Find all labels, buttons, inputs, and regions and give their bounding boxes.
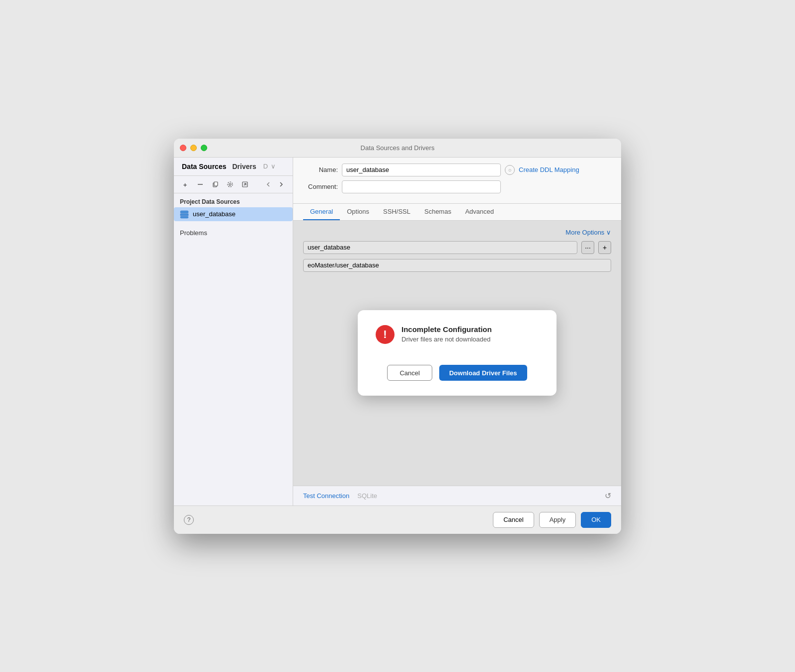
window-title: Data Sources and Drivers (361, 144, 435, 152)
cancel-button[interactable]: Cancel (493, 512, 534, 528)
comment-label: Comment: (303, 183, 338, 190)
modal-overlay: ! Incomplete Configuration Driver files … (293, 221, 621, 486)
sidebar-toolbar: ＋ (174, 176, 293, 193)
svg-rect-3 (214, 182, 218, 186)
sidebar-item-user-database[interactable]: user_database (174, 207, 293, 221)
svg-point-5 (228, 182, 233, 187)
tab-datasources[interactable]: Data Sources (180, 162, 228, 171)
main-content: Data Sources Drivers D ∨ ＋ (174, 158, 621, 505)
apply-button[interactable]: Apply (539, 512, 576, 528)
main-window: Data Sources and Drivers Data Sources Dr… (174, 139, 621, 534)
modal-title: Incomplete Configuration (401, 325, 492, 334)
maximize-button[interactable] (201, 145, 207, 151)
chevron-down-icon[interactable]: ∨ (271, 163, 276, 170)
right-panel: Name: ○ Create DDL Mapping Comment: Gene… (293, 158, 621, 505)
section-project: Project Data Sources (174, 193, 293, 207)
svg-rect-10 (180, 216, 188, 218)
modal-header: ! Incomplete Configuration Driver files … (376, 325, 539, 351)
warning-icon: ! (376, 325, 395, 344)
tab-general[interactable]: General (303, 204, 340, 220)
tab-options[interactable]: Options (340, 204, 376, 220)
sqlite-label: SQLite (357, 492, 377, 500)
comment-row: Comment: (303, 180, 611, 193)
settings-button[interactable] (225, 179, 236, 190)
modal-dialog: ! Incomplete Configuration Driver files … (358, 310, 556, 396)
help-button[interactable]: ? (184, 515, 194, 525)
sidebar-item-label: user_database (193, 210, 236, 218)
export-button[interactable] (239, 179, 250, 190)
remove-datasource-button[interactable] (195, 179, 206, 190)
tab-ssh-ssl[interactable]: SSH/SSL (376, 204, 417, 220)
footer: ? Cancel Apply OK (174, 505, 621, 534)
test-connection-link[interactable]: Test Connection (303, 492, 349, 500)
close-button[interactable] (180, 145, 186, 151)
ok-button[interactable]: OK (581, 512, 611, 528)
copy-datasource-button[interactable] (210, 179, 221, 190)
modal-cancel-button[interactable]: Cancel (387, 365, 432, 381)
reset-icon[interactable]: ↺ (605, 491, 611, 501)
nav-arrows (263, 179, 287, 190)
svg-line-7 (244, 183, 246, 185)
title-bar: Data Sources and Drivers (174, 139, 621, 158)
modal-text: Incomplete Configuration Driver files ar… (401, 325, 492, 343)
tabs-bar: General Options SSH/SSL Schemas Advanced (293, 204, 621, 221)
forward-button[interactable] (276, 179, 287, 190)
svg-point-4 (229, 183, 231, 185)
name-input[interactable] (342, 164, 501, 176)
svg-text:＋: ＋ (182, 181, 188, 188)
modal-buttons: Cancel Download Driver Files (387, 365, 527, 381)
database-icon (180, 210, 189, 219)
name-row: Name: ○ Create DDL Mapping (303, 164, 611, 176)
filter-icon[interactable]: D (263, 163, 268, 170)
problems-label: Problems (174, 221, 293, 239)
name-label: Name: (303, 166, 338, 173)
svg-rect-9 (180, 214, 188, 216)
sidebar: Data Sources Drivers D ∨ ＋ (174, 158, 293, 505)
svg-rect-8 (180, 211, 188, 213)
create-ddl-link[interactable]: Create DDL Mapping (519, 166, 579, 173)
modal-download-button[interactable]: Download Driver Files (439, 365, 527, 381)
tab-schemas[interactable]: Schemas (417, 204, 458, 220)
tab-drivers[interactable]: Drivers (230, 162, 258, 171)
traffic-lights (180, 145, 207, 151)
info-icon: ○ (505, 165, 515, 175)
tab-advanced[interactable]: Advanced (458, 204, 501, 220)
comment-input[interactable] (342, 180, 501, 193)
bottom-bar: Test Connection SQLite ↺ (293, 486, 621, 505)
add-datasource-button[interactable]: ＋ (180, 179, 191, 190)
sidebar-tabs: Data Sources Drivers D ∨ (174, 158, 293, 176)
panel-body: More Options ∨ ··· + ! (293, 221, 621, 486)
form-header: Name: ○ Create DDL Mapping Comment: (293, 158, 621, 204)
back-button[interactable] (263, 179, 274, 190)
modal-subtitle: Driver files are not downloaded (401, 336, 492, 343)
minimize-button[interactable] (190, 145, 197, 151)
